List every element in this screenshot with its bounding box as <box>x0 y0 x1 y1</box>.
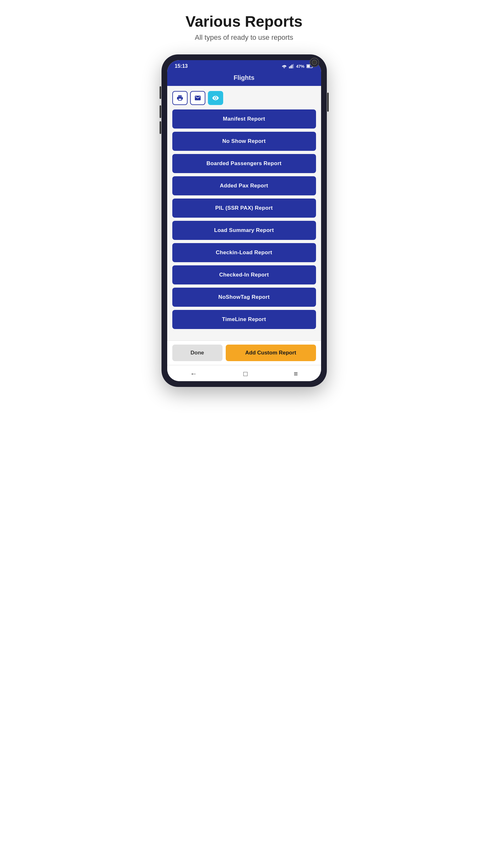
svg-rect-2 <box>292 65 292 68</box>
report-btn-added-pax[interactable]: Added Pax Report <box>172 176 316 195</box>
nav-bar: ← □ ≡ <box>167 365 321 381</box>
report-btn-timeline[interactable]: TimeLine Report <box>172 310 316 329</box>
camera-lens <box>312 60 317 65</box>
signal-icon <box>289 64 294 68</box>
phone-screen: 15:13 47% <box>167 60 321 381</box>
view-icon <box>212 94 219 101</box>
report-btn-pil-ssr[interactable]: PIL (SSR PAX) Report <box>172 198 316 218</box>
toolbar <box>172 91 316 105</box>
reports-list: Manifest ReportNo Show ReportBoarded Pas… <box>172 110 316 329</box>
page-header: Various Reports All types of ready to us… <box>185 13 302 42</box>
app-header: Flights <box>167 72 321 86</box>
page-title: Various Reports <box>185 13 302 30</box>
page-subtitle: All types of ready to use reports <box>185 33 302 42</box>
svg-rect-6 <box>307 65 310 67</box>
menu-button[interactable]: ≡ <box>294 370 298 378</box>
print-button[interactable] <box>172 91 188 105</box>
report-btn-checked-in[interactable]: Checked-In Report <box>172 266 316 284</box>
report-btn-noshowtag[interactable]: NoShowTag Report <box>172 288 316 307</box>
email-icon <box>194 94 201 101</box>
status-bar: 15:13 47% <box>167 60 321 72</box>
email-button[interactable] <box>190 91 205 105</box>
view-button[interactable] <box>208 91 223 105</box>
wifi-icon <box>281 64 287 68</box>
done-button[interactable]: Done <box>172 345 223 361</box>
camera <box>310 58 319 67</box>
content-area: Manifest ReportNo Show ReportBoarded Pas… <box>167 86 321 340</box>
report-btn-manifest[interactable]: Manifest Report <box>172 110 316 128</box>
bottom-bar: Done Add Custom Report <box>167 340 321 365</box>
status-time: 15:13 <box>175 63 188 69</box>
app-header-title: Flights <box>234 74 255 82</box>
battery-percent: 47% <box>296 64 304 69</box>
report-btn-checkin-load[interactable]: Checkin-Load Report <box>172 243 316 262</box>
svg-rect-0 <box>289 66 290 68</box>
back-button[interactable]: ← <box>190 370 197 378</box>
svg-rect-1 <box>290 66 291 68</box>
phone-frame: 15:13 47% <box>162 54 327 387</box>
report-btn-boarded[interactable]: Boarded Passengers Report <box>172 154 316 173</box>
add-custom-button[interactable]: Add Custom Report <box>226 345 316 361</box>
report-btn-no-show[interactable]: No Show Report <box>172 132 316 151</box>
print-icon <box>176 94 184 101</box>
status-icons: 47% <box>281 64 313 69</box>
home-button[interactable]: □ <box>243 370 247 378</box>
report-btn-load-summary[interactable]: Load Summary Report <box>172 221 316 240</box>
svg-rect-3 <box>293 64 294 68</box>
